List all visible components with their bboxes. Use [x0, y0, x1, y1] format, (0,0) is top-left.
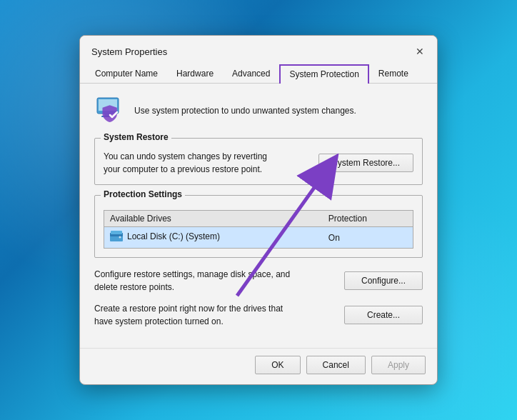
- available-drives-header: Available Drives: [104, 211, 323, 227]
- protection-status-cell: On: [323, 227, 413, 249]
- apply-button[interactable]: Apply: [371, 356, 426, 374]
- tab-computer-name[interactable]: Computer Name: [86, 64, 167, 83]
- tab-remote[interactable]: Remote: [369, 64, 418, 83]
- configure-row: Configure restore settings, manage disk …: [94, 268, 423, 294]
- protection-header: Protection: [323, 211, 413, 227]
- drive-icon-cell: Local Disk (C:) (System): [110, 231, 220, 242]
- title-bar: System Properties ✕: [80, 36, 437, 60]
- drive-name-cell: Local Disk (C:) (System): [104, 227, 323, 249]
- system-properties-dialog: System Properties ✕ Computer Name Hardwa…: [79, 35, 438, 385]
- protection-settings-section: Protection Settings Available Drives Pro…: [94, 195, 423, 258]
- drives-table: Available Drives Protection: [104, 210, 413, 249]
- system-restore-row: You can undo system changes by reverting…: [104, 150, 413, 176]
- dialog-content: Use system protection to undo unwanted s…: [80, 84, 437, 348]
- create-button[interactable]: Create...: [344, 306, 423, 324]
- svg-rect-6: [111, 231, 122, 234]
- system-restore-section: System Restore You can undo system chang…: [94, 138, 423, 185]
- table-row[interactable]: Local Disk (C:) (System) On: [104, 227, 413, 249]
- intro-text: Use system protection to undo unwanted s…: [134, 106, 356, 116]
- cancel-button[interactable]: Cancel: [306, 356, 366, 374]
- tab-bar: Computer Name Hardware Advanced System P…: [80, 60, 437, 84]
- tab-advanced[interactable]: Advanced: [223, 64, 279, 83]
- dialog-footer: OK Cancel Apply: [80, 348, 437, 384]
- tab-system-protection[interactable]: System Protection: [279, 64, 368, 84]
- configure-button[interactable]: Configure...: [344, 271, 423, 290]
- create-row: Create a restore point right now for the…: [94, 302, 423, 328]
- close-button[interactable]: ✕: [411, 43, 428, 60]
- dialog-title: System Properties: [91, 46, 167, 57]
- create-description: Create a restore point right now for the…: [94, 302, 344, 328]
- configure-description: Configure restore settings, manage disk …: [94, 268, 344, 294]
- svg-point-7: [119, 236, 121, 239]
- protection-settings-label: Protection Settings: [101, 189, 185, 199]
- ok-button[interactable]: OK: [255, 356, 300, 374]
- intro-section: Use system protection to undo unwanted s…: [94, 95, 423, 126]
- system-restore-description: You can undo system changes by reverting…: [104, 150, 318, 176]
- tab-hardware[interactable]: Hardware: [167, 64, 223, 83]
- system-restore-button[interactable]: System Restore...: [318, 154, 413, 172]
- system-restore-label: System Restore: [101, 132, 171, 142]
- system-protection-icon: [94, 95, 126, 126]
